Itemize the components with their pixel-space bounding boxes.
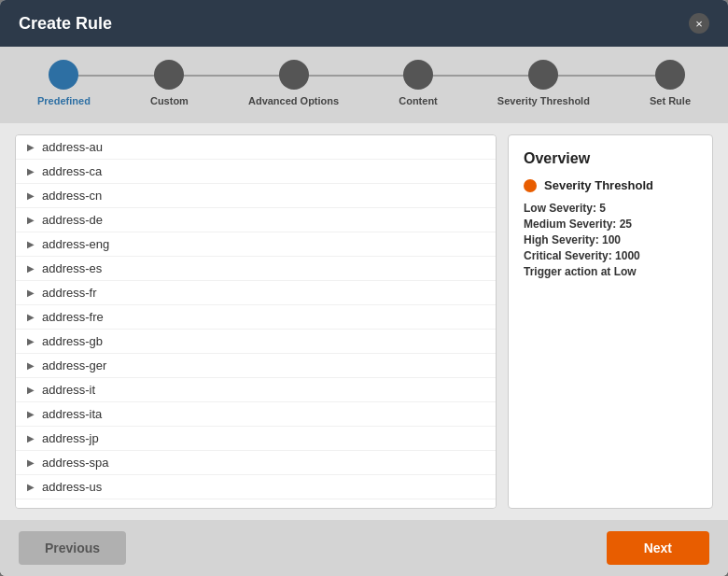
stepper-bar: Predefined Custom Advanced Options Conte…: [0, 47, 728, 123]
list-item[interactable]: ▶address-au: [16, 135, 496, 160]
step-circle-predefined: [49, 60, 78, 90]
list-item-label: address-us: [42, 480, 102, 494]
list-item[interactable]: ▶address-us: [16, 475, 496, 499]
step-label-content: Content: [399, 95, 438, 106]
step-label-set-rule: Set Rule: [650, 95, 691, 106]
list-item-label: address-ita: [42, 407, 102, 421]
list-arrow-icon: ▶: [27, 409, 35, 419]
list-item-label: address-it: [42, 383, 95, 397]
list-item[interactable]: ▶address-cn: [16, 184, 496, 208]
list-item[interactable]: ▶address-spa: [16, 451, 496, 475]
main-content: ▶address-au▶address-ca▶address-cn▶addres…: [0, 123, 728, 520]
list-item-label: address-de: [42, 213, 103, 227]
close-button[interactable]: ×: [689, 13, 709, 34]
list-panel[interactable]: ▶address-au▶address-ca▶address-cn▶addres…: [15, 134, 497, 509]
severity-threshold-dot: [524, 179, 537, 192]
list-arrow-icon: ▶: [27, 385, 35, 395]
next-button[interactable]: Next: [607, 531, 709, 565]
list-arrow-icon: ▶: [27, 457, 35, 468]
list-item-label: address-fr: [42, 286, 97, 300]
list-arrow-icon: ▶: [27, 506, 35, 509]
modal-header: Create Rule ×: [0, 0, 728, 47]
step-circle-content: [403, 60, 433, 90]
overview-detail-line: Medium Severity: 25: [524, 218, 697, 231]
list-item[interactable]: ▶address-jp: [16, 427, 496, 451]
overview-item: Severity Threshold: [524, 178, 697, 192]
stepper: Predefined Custom Advanced Options Conte…: [37, 60, 691, 106]
list-item-label: address-ca: [42, 164, 102, 178]
overview-item-label: Severity Threshold: [544, 178, 653, 192]
list-arrow-icon: ▶: [27, 312, 35, 322]
list-item-label: address-es: [42, 261, 102, 275]
overview-detail-line: Trigger action at Low: [524, 265, 697, 278]
overview-title: Overview: [524, 150, 697, 167]
list-item[interactable]: ▶age-eng: [16, 499, 496, 509]
step-label-custom: Custom: [150, 95, 189, 106]
list-arrow-icon: ▶: [27, 239, 35, 249]
list-item-label: address-eng: [42, 237, 109, 251]
step-severity-threshold[interactable]: Severity Threshold: [497, 60, 590, 106]
list-item[interactable]: ▶address-ita: [16, 402, 496, 427]
list-item-label: address-gb: [42, 334, 103, 348]
list-item-label: address-fre: [42, 310, 104, 324]
list-item[interactable]: ▶address-fre: [16, 305, 496, 330]
list-arrow-icon: ▶: [27, 263, 35, 274]
step-circle-set-rule: [655, 60, 685, 90]
list-item[interactable]: ▶address-it: [16, 378, 496, 402]
list-arrow-icon: ▶: [27, 482, 35, 492]
step-circle-advanced-options: [279, 60, 309, 90]
list-item-label: address-ger: [42, 358, 106, 372]
overview-details: Low Severity: 5Medium Severity: 25High S…: [524, 202, 697, 278]
list-item[interactable]: ▶address-eng: [16, 232, 496, 257]
step-label-predefined: Predefined: [37, 95, 91, 106]
step-content[interactable]: Content: [399, 60, 438, 106]
overview-panel: Overview Severity Threshold Low Severity…: [508, 134, 713, 509]
list-item-label: address-au: [42, 140, 103, 154]
list-item[interactable]: ▶address-ca: [16, 160, 496, 184]
list-arrow-icon: ▶: [27, 360, 35, 371]
list-arrow-icon: ▶: [27, 190, 35, 201]
step-predefined[interactable]: Predefined: [37, 60, 91, 106]
modal-title: Create Rule: [19, 14, 112, 34]
list-arrow-icon: ▶: [27, 288, 35, 298]
list-item-label: age-eng: [42, 504, 87, 509]
overview-detail-line: High Severity: 100: [524, 233, 697, 246]
list-item-label: address-jp: [42, 431, 99, 445]
step-custom[interactable]: Custom: [150, 60, 189, 106]
overview-detail-line: Critical Severity: 1000: [524, 249, 697, 262]
step-circle-custom: [154, 60, 184, 90]
list-item[interactable]: ▶address-gb: [16, 330, 496, 354]
list-arrow-icon: ▶: [27, 215, 35, 225]
list-item-label: address-cn: [42, 189, 102, 203]
list-arrow-icon: ▶: [27, 433, 35, 443]
list-item[interactable]: ▶address-de: [16, 208, 496, 232]
list-arrow-icon: ▶: [27, 336, 35, 346]
create-rule-modal: Create Rule × Predefined Custom Advanced…: [0, 0, 728, 576]
list-item[interactable]: ▶address-ger: [16, 354, 496, 378]
step-label-severity-threshold: Severity Threshold: [497, 95, 590, 106]
step-label-advanced-options: Advanced Options: [248, 95, 339, 106]
list-arrow-icon: ▶: [27, 166, 35, 176]
list-item-label: address-spa: [42, 456, 109, 470]
list-item[interactable]: ▶address-fr: [16, 281, 496, 305]
step-set-rule[interactable]: Set Rule: [650, 60, 691, 106]
list-item[interactable]: ▶address-es: [16, 257, 496, 281]
footer: Previous Next: [0, 520, 728, 576]
step-advanced-options[interactable]: Advanced Options: [248, 60, 339, 106]
overview-detail-line: Low Severity: 5: [524, 202, 697, 215]
previous-button[interactable]: Previous: [19, 531, 126, 565]
step-circle-severity-threshold: [528, 60, 558, 90]
list-arrow-icon: ▶: [27, 142, 35, 152]
